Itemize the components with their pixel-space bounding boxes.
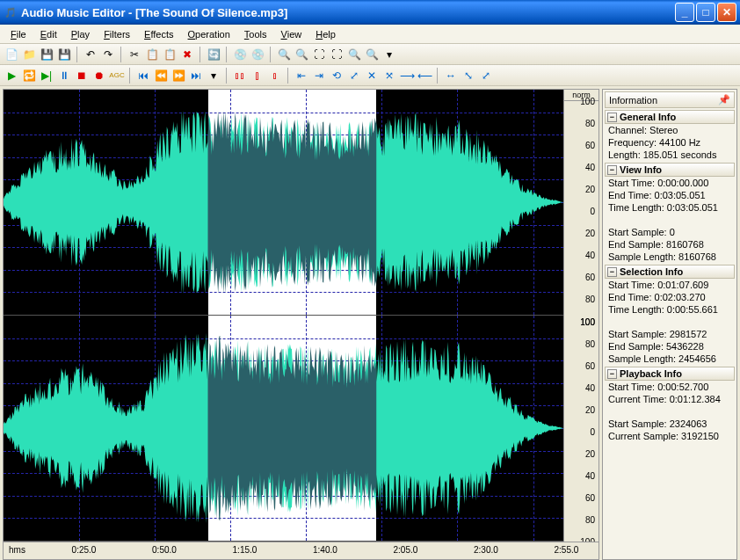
collapse-button[interactable]: ⤢ (478, 68, 494, 84)
window-title: Audio Music Editor - [The Sound Of Silen… (21, 6, 675, 19)
zoom-out-v-button[interactable]: 🔍 (364, 47, 380, 62)
sel-op2-button[interactable]: ⤢ (346, 68, 362, 84)
stop-button[interactable]: ⏹ (74, 68, 90, 84)
menu-effects[interactable]: Effects (137, 27, 180, 41)
save-as-button[interactable]: 💾 (56, 47, 72, 62)
zoom-sel-button[interactable]: ⛶ (329, 47, 345, 62)
undo-button[interactable]: ↶ (83, 47, 98, 62)
info-line (605, 316, 735, 328)
expand-v-button[interactable]: ⤡ (461, 68, 476, 84)
sel-op4-button[interactable]: ⤧ (381, 68, 397, 84)
waveform-pane[interactable]: norm 10080604020020406080100 10080604020… (3, 89, 599, 560)
record-button[interactable]: ⏺ (91, 68, 107, 84)
paste-button[interactable]: 📋 (162, 47, 178, 62)
info-value: 8160768 (678, 251, 716, 262)
menu-filters[interactable]: Filters (97, 27, 137, 41)
forward-button[interactable]: ⏩ (170, 68, 186, 84)
expand-h-button[interactable]: ↔ (443, 68, 459, 84)
zoom-in-v-button[interactable]: 🔍 (346, 47, 362, 62)
marker1-button[interactable]: ⫾⫾ (232, 68, 248, 84)
convert-button[interactable]: 🔄 (206, 47, 221, 62)
sel-op6-button[interactable]: ⟵ (417, 68, 432, 84)
info-line: Time Length:0:03:05.051 (605, 201, 735, 214)
section-header-general[interactable]: −General Info (605, 110, 735, 124)
info-label: Start Time: (608, 382, 655, 392)
collapse-icon[interactable]: − (607, 369, 617, 379)
info-value: 8160768 (666, 239, 704, 250)
time-tick: 1:40.0 (313, 545, 337, 555)
zoom-in-button[interactable]: 🔍 (276, 47, 292, 62)
section-title: Playback Info (620, 368, 682, 379)
menu-play[interactable]: Play (64, 27, 97, 41)
sel-op1-button[interactable]: ⟲ (329, 68, 345, 84)
open-button[interactable]: 📁 (21, 47, 37, 62)
info-label: End Time: (608, 292, 652, 302)
time-ruler: hms 0:25.00:50.01:15.01:40.02:05.02:30.0… (4, 542, 599, 559)
info-label: Start Sample: (608, 418, 667, 429)
zoom-out-button[interactable]: 🔍 (294, 47, 309, 62)
rewind-button[interactable]: ⏪ (153, 68, 169, 84)
end-button[interactable]: ⏭ (188, 68, 204, 84)
save-button[interactable]: 💾 (39, 47, 54, 62)
copy-button[interactable]: 📋 (144, 47, 160, 62)
section-header-view[interactable]: −View Info (605, 163, 735, 177)
info-value: 0:03:05.051 (655, 190, 706, 200)
zoom-full-button[interactable]: ⛶ (311, 47, 327, 62)
info-value: 0:00:52.700 (657, 382, 708, 392)
sel-start-button[interactable]: ⇤ (294, 68, 309, 84)
ruler-tick: 40 (585, 163, 595, 172)
sel-op5-button[interactable]: ⟶ (399, 68, 415, 84)
minimize-button[interactable]: _ (675, 3, 694, 22)
info-value: 2454656 (678, 353, 716, 364)
info-value: 0:01:07.609 (657, 280, 708, 290)
collapse-icon[interactable]: − (607, 267, 617, 277)
channel-1[interactable] (4, 316, 563, 542)
menu-edit[interactable]: Edit (33, 27, 64, 41)
menubar: FileEditPlayFiltersEffectsOperationTools… (0, 25, 740, 44)
info-line: Length:185.051 seconds (605, 149, 735, 161)
info-line: Start Time:0:01:07.609 (605, 279, 735, 291)
loop-button[interactable]: 🔁 (21, 68, 37, 84)
zoom-options-button[interactable]: ▾ (381, 47, 397, 62)
info-label: Current Time: (608, 394, 667, 404)
pause-button[interactable]: ⏸ (56, 68, 72, 84)
info-line: Start Time:0:00:52.700 (605, 381, 735, 393)
section-header-selection[interactable]: −Selection Info (605, 265, 735, 279)
ruler-tick: 20 (585, 404, 595, 414)
cut-button[interactable]: ✂ (127, 47, 142, 62)
info-line: Sample Length:2454656 (605, 353, 735, 365)
delete-button[interactable]: ✖ (179, 47, 195, 62)
new-button[interactable]: 📄 (4, 47, 19, 62)
menu-view[interactable]: View (274, 27, 309, 41)
time-tick: 1:15.0 (233, 545, 258, 555)
sel-op3-button[interactable]: ✕ (364, 68, 380, 84)
info-label: Sample Length: (608, 353, 676, 364)
info-line (605, 405, 735, 418)
agc-button[interactable]: AGC (109, 68, 125, 84)
burn-button[interactable]: 💿 (250, 47, 265, 62)
marker3-button[interactable]: ⫾ (267, 68, 283, 84)
redo-button[interactable]: ↷ (100, 47, 116, 62)
menu-operation[interactable]: Operation (181, 27, 237, 41)
section-header-playback[interactable]: −Playback Info (605, 367, 735, 381)
info-label: End Time: (608, 190, 652, 200)
menu-file[interactable]: File (4, 27, 33, 41)
play-sel-button[interactable]: ▶| (39, 68, 54, 84)
play-button[interactable]: ▶ (4, 68, 19, 84)
sel-end-button[interactable]: ⇥ (311, 68, 327, 84)
ruler-tick: 40 (585, 470, 595, 480)
close-button[interactable]: ✕ (717, 3, 736, 22)
nav-options-button[interactable]: ▾ (206, 68, 221, 84)
start-button[interactable]: ⏮ (135, 68, 151, 84)
channel-0[interactable] (4, 90, 563, 316)
cd-button[interactable]: 💿 (232, 47, 248, 62)
maximize-button[interactable]: □ (696, 3, 715, 22)
menu-tools[interactable]: Tools (237, 27, 274, 41)
collapse-icon[interactable]: − (607, 113, 617, 122)
collapse-icon[interactable]: − (607, 165, 617, 175)
pin-icon[interactable]: 📌 (718, 94, 730, 105)
ruler-tick: 0 (590, 207, 595, 216)
marker2-button[interactable]: ⫿ (250, 68, 265, 84)
menu-help[interactable]: Help (308, 27, 343, 41)
info-label: End Sample: (608, 341, 664, 352)
